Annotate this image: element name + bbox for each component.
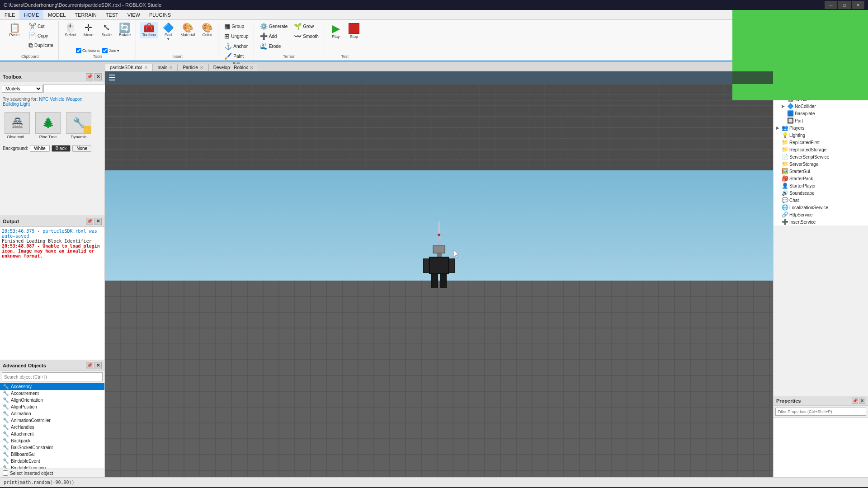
generate-button[interactable]: ⚙️ Generate — [258, 22, 290, 31]
grow-button[interactable]: 🌱 Grow — [292, 22, 321, 31]
tab-particlesdk-close[interactable]: ✕ — [144, 65, 148, 70]
toolbox-close-btn[interactable]: ✕ — [94, 73, 102, 80]
tree-serverscriptservice[interactable]: ▶ 📄 ServerScriptService — [774, 153, 868, 160]
tab-develop-roblox[interactable]: Develop - Roblox ✕ — [208, 64, 259, 71]
adv-item-backpack[interactable]: 🔧 Backpack — [0, 437, 104, 444]
suggestion-weapon[interactable]: Weapon — [66, 97, 82, 102]
tab-develop-roblox-close[interactable]: ✕ — [250, 65, 253, 70]
ungroup-button[interactable]: ⊞ Ungroup — [222, 32, 250, 41]
adv-item-accoutrement[interactable]: 🔧 Accoutrement — [0, 390, 104, 397]
properties-close-btn[interactable]: ✕ — [859, 398, 865, 404]
adv-close-btn[interactable]: ✕ — [94, 362, 102, 369]
adv-item-animation[interactable]: 🔧 Animation — [0, 410, 104, 417]
viewport[interactable]: ☰ NoCollider Account 13+ — [105, 71, 773, 477]
join-dropdown-icon[interactable]: ▾ — [117, 48, 119, 53]
close-button[interactable]: ✕ — [852, 1, 864, 9]
tab-particlesdk[interactable]: particleSDK.rbxl ✕ — [105, 64, 153, 71]
suggestion-building[interactable]: Building — [3, 102, 19, 107]
adv-item-accessory[interactable]: 🔧 Accessory — [0, 383, 104, 390]
join-checkbox[interactable] — [102, 48, 108, 53]
hamburger-menu-icon[interactable]: ☰ — [108, 73, 116, 83]
move-button[interactable]: ✛ Move — [80, 22, 97, 38]
tree-part[interactable]: ▶ 🔲 Part — [774, 117, 868, 124]
tree-insertservice[interactable]: ▶ ➕ InsertService — [774, 218, 868, 225]
model-item-pinetree[interactable]: 🌲 Pine Tree — [34, 112, 61, 139]
scale-button[interactable]: ⤡ Scale — [99, 22, 115, 38]
model-item-observatory[interactable]: 🏯 Observati... — [4, 112, 31, 139]
tree-replicatedfirst[interactable]: ▶ 📁 ReplicatedFirst — [774, 139, 868, 146]
collisions-checkbox[interactable] — [76, 48, 81, 53]
adv-item-attachment[interactable]: 🔧 Attachment — [0, 431, 104, 437]
color-button[interactable]: 🎨 Color — [199, 22, 215, 38]
menu-test[interactable]: TEST — [101, 10, 123, 19]
menu-home[interactable]: HOME — [19, 10, 43, 19]
anchor-button[interactable]: ⚓ Anchor — [222, 42, 250, 51]
adv-pin-btn[interactable]: 📌 — [86, 362, 93, 369]
tree-starterplayer[interactable]: ▶ 👤 StarterPlayer — [774, 182, 868, 189]
collisions-toggle[interactable]: Collisions — [76, 48, 100, 53]
stop-button[interactable]: Stop — [346, 22, 362, 40]
cut-button[interactable]: ✂️ Cut — [26, 22, 56, 31]
tree-soundscape[interactable]: ▶ 🔊 Soundscape — [774, 189, 868, 197]
output-close-btn[interactable]: ✕ — [94, 218, 102, 225]
toolbox-pin-btn[interactable]: 📌 — [86, 73, 93, 80]
model-item-dynamic[interactable]: 🔧 ⚡ Dynamic — [65, 112, 92, 139]
players-toggle[interactable]: ▶ — [774, 126, 781, 130]
play-button[interactable]: ▶ Play — [328, 22, 344, 40]
adv-item-ballsocketconstraint[interactable]: 🔧 BallSocketConstraint — [0, 444, 104, 451]
adv-item-bindableevent[interactable]: 🔧 BindableEvent — [0, 458, 104, 465]
model-type-select[interactable]: Models Plugins Decals — [2, 85, 42, 93]
bg-none-btn[interactable]: None — [72, 145, 91, 152]
select-button[interactable]: 🖱️ Select — [62, 22, 79, 38]
tree-serverstorage[interactable]: ▶ 📁 ServerStorage — [774, 160, 868, 168]
part-dropdown-icon[interactable]: ▾ — [167, 37, 169, 41]
tree-starterpack[interactable]: ▶ 🎒 StarterPack — [774, 175, 868, 182]
rotate-button[interactable]: 🔄 Rotate — [117, 22, 133, 38]
maximize-button[interactable]: □ — [838, 1, 851, 9]
duplicate-button[interactable]: ⧉ Duplicate — [26, 41, 56, 50]
tree-lighting[interactable]: ▶ 💡 Lighting — [774, 131, 868, 139]
adv-item-alignorientation[interactable]: 🔧 AlignOrientation — [0, 397, 104, 404]
adv-item-bindablefunction[interactable]: 🔧 BindableFunction — [0, 465, 104, 469]
smooth-button[interactable]: 〰️ Smooth — [292, 32, 321, 41]
tree-chat[interactable]: ▶ 💬 Chat — [774, 197, 868, 204]
adv-item-billboardgui[interactable]: 🔧 BillboardGui — [0, 451, 104, 458]
add-button[interactable]: ➕ Add — [258, 32, 290, 41]
paste-button[interactable]: 📋 Paste — [5, 22, 24, 38]
suggestion-vehicle[interactable]: Vehicle — [50, 97, 64, 102]
tree-httpservice[interactable]: ▶ 🔗 HttpService — [774, 211, 868, 218]
tree-nocollider[interactable]: ▶ 🔷 NoCollider — [774, 103, 868, 110]
bg-white-btn[interactable]: White — [30, 145, 50, 152]
tab-particle[interactable]: Particle ✕ — [178, 64, 208, 71]
material-button[interactable]: 🎨 Material — [178, 22, 197, 38]
select-inserted-checkbox[interactable] — [3, 470, 8, 476]
tree-localizationservice[interactable]: ▶ 🌐 LocalizationService — [774, 204, 868, 211]
adv-search-input[interactable] — [2, 372, 103, 381]
tree-players[interactable]: ▶ 👥 Players — [774, 124, 868, 131]
tab-main[interactable]: main ✕ — [153, 64, 178, 71]
properties-pin-btn[interactable]: 📌 — [852, 398, 858, 404]
output-pin-btn[interactable]: 📌 — [86, 218, 93, 225]
properties-filter-input[interactable] — [775, 408, 866, 416]
adv-item-archandles[interactable]: 🔧 ArcHandles — [0, 424, 104, 431]
erode-button[interactable]: 🌊 Erode — [258, 42, 290, 51]
part-button[interactable]: 🔷 Part ▾ — [160, 22, 176, 42]
toolbox-search-input[interactable] — [43, 84, 105, 93]
group-button[interactable]: ▦ Group — [222, 22, 250, 31]
tab-main-close[interactable]: ✕ — [169, 65, 173, 70]
bg-black-btn[interactable]: Black — [52, 145, 71, 152]
suggestion-npc[interactable]: NPC — [39, 97, 48, 102]
tab-particle-close[interactable]: ✕ — [200, 65, 203, 70]
tree-replicatedstorage[interactable]: ▶ 📁 ReplicatedStorage — [774, 146, 868, 153]
nocollider-toggle[interactable]: ▶ — [780, 104, 786, 108]
tree-baseplate[interactable]: ▶ 🟦 Baseplate — [774, 110, 868, 117]
adv-item-alignposition[interactable]: 🔧 AlignPosition — [0, 404, 104, 410]
menu-terrain[interactable]: TERRAIN — [70, 10, 101, 19]
adv-item-animationcontroller[interactable]: 🔧 AnimationController — [0, 417, 104, 424]
copy-button[interactable]: 📄 Copy — [26, 31, 56, 40]
menu-view[interactable]: VIEW — [123, 10, 145, 19]
minimize-button[interactable]: ─ — [825, 1, 837, 9]
paint-button[interactable]: 🖌️ Paint — [222, 52, 250, 61]
toolbox-button[interactable]: 🧰 Toolbox — [140, 22, 158, 38]
menu-plugins[interactable]: PLUGINS — [145, 10, 175, 19]
